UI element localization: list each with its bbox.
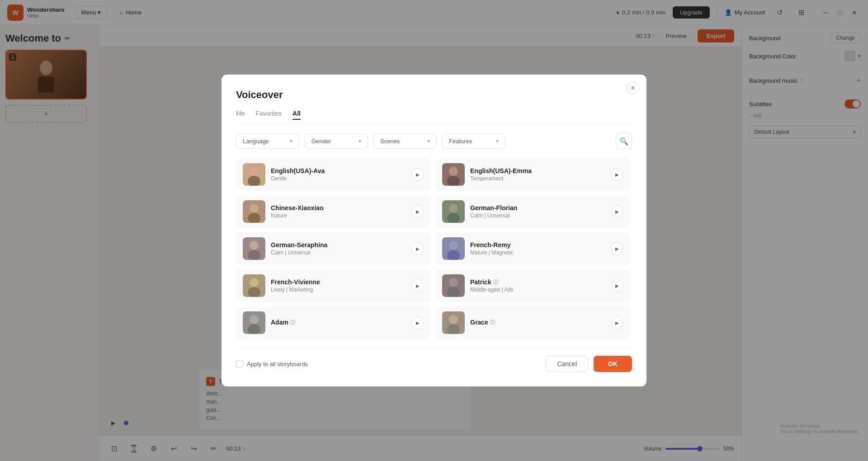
voice-play-5[interactable]: ▶ <box>411 242 424 255</box>
cancel-button[interactable]: Cancel <box>546 356 588 372</box>
ok-button[interactable]: OK <box>594 356 632 372</box>
tab-me[interactable]: Me <box>236 110 245 120</box>
voice-desc-5: Calm | Universal <box>271 249 406 256</box>
voice-card-3[interactable]: Chinese-Xiaoxiao Nature ▶ <box>236 195 431 228</box>
modal-close-button[interactable]: × <box>627 82 639 94</box>
voice-play-6[interactable]: ▶ <box>611 242 623 255</box>
voice-info-4: German-Florian Calm | Universal <box>470 204 605 219</box>
voice-name-7: French-Vivienne <box>271 278 406 286</box>
svg-point-5 <box>449 167 458 176</box>
svg-point-20 <box>248 324 260 334</box>
apply-checkbox-row: Apply to all storyboards <box>236 360 308 367</box>
voice-desc-8: Middle-aged | Ads <box>470 287 605 293</box>
filters-row: Language ▾ Gender ▾ Scenes ▾ Features ▾ … <box>236 133 632 149</box>
voice-avatar-10 <box>442 311 465 334</box>
modal-overlay: Voiceover × Me Favorites All Language ▾ … <box>0 0 868 461</box>
voice-info-8: Patrick ⓘ Middle-aged | Ads <box>470 278 605 293</box>
voice-card-8[interactable]: Patrick ⓘ Middle-aged | Ads ▶ <box>435 269 630 302</box>
voice-play-8[interactable]: ▶ <box>611 279 623 292</box>
voice-desc-3: Nature <box>271 212 406 219</box>
svg-point-3 <box>250 167 259 176</box>
voice-info-5: German-Seraphina Calm | Universal <box>271 241 406 256</box>
svg-point-12 <box>248 250 260 260</box>
voice-info-10: Grace ⓘ <box>470 319 605 327</box>
apply-label: Apply to all storyboards <box>247 361 308 367</box>
svg-point-7 <box>250 204 259 213</box>
voice-play-1[interactable]: ▶ <box>411 168 424 181</box>
voice-card-7[interactable]: French-Vivienne Lively | Marketing ▶ <box>236 269 431 302</box>
voice-card-10[interactable]: Grace ⓘ ▶ <box>435 306 630 339</box>
voice-card-4[interactable]: German-Florian Calm | Universal ▶ <box>435 195 630 228</box>
voice-avatar-5 <box>243 237 265 260</box>
svg-point-9 <box>449 204 458 213</box>
voice-name-4: German-Florian <box>470 204 605 212</box>
tab-favorites[interactable]: Favorites <box>255 110 282 120</box>
search-button[interactable]: 🔍 <box>616 133 632 149</box>
voice-avatar-2 <box>442 163 465 186</box>
voice-avatar-7 <box>243 274 265 297</box>
voice-info-1: English(USA)-Ava Gentle <box>271 167 406 182</box>
svg-point-13 <box>449 241 458 250</box>
scenes-chevron: ▾ <box>427 138 430 144</box>
svg-point-21 <box>449 315 458 324</box>
voice-avatar-1 <box>243 163 265 186</box>
voice-avatar-8 <box>442 274 465 297</box>
modal-footer: Apply to all storyboards Cancel OK <box>236 348 632 372</box>
features-chevron: ▾ <box>496 138 499 144</box>
voice-name-9: Adam ⓘ <box>271 319 406 326</box>
voice-desc-2: Temperament <box>470 175 605 182</box>
svg-point-22 <box>447 324 460 334</box>
voice-info-3: Chinese-Xiaoxiao Nature <box>271 204 406 219</box>
voice-play-7[interactable]: ▶ <box>411 279 424 292</box>
voice-name-5: German-Seraphina <box>271 241 406 249</box>
gender-chevron: ▾ <box>359 138 361 144</box>
svg-point-16 <box>248 287 260 297</box>
voice-desc-4: Calm | Universal <box>470 212 605 219</box>
language-chevron: ▾ <box>290 138 292 144</box>
svg-point-4 <box>248 176 260 186</box>
svg-point-18 <box>447 287 460 297</box>
svg-point-8 <box>248 213 260 223</box>
modal-tabs: Me Favorites All <box>236 110 632 124</box>
voice-name-2: English(USA)-Emma <box>470 167 605 174</box>
voice-avatar-4 <box>442 200 465 223</box>
svg-point-17 <box>449 278 458 287</box>
voice-avatar-6 <box>442 237 465 260</box>
voice-play-2[interactable]: ▶ <box>611 168 623 181</box>
voice-info-9: Adam ⓘ <box>271 319 406 327</box>
voice-play-4[interactable]: ▶ <box>611 205 623 218</box>
apply-all-checkbox[interactable] <box>236 360 243 367</box>
voice-name-8: Patrick ⓘ <box>470 278 605 286</box>
svg-point-11 <box>250 241 259 250</box>
voice-card-9[interactable]: Adam ⓘ ▶ <box>236 306 431 339</box>
voice-avatar-3 <box>243 200 265 223</box>
language-filter[interactable]: Language ▾ <box>236 134 299 149</box>
voice-desc-6: Mature | Magnetic <box>470 249 605 256</box>
voice-info-7: French-Vivienne Lively | Marketing <box>271 278 406 293</box>
voice-name-3: Chinese-Xiaoxiao <box>271 204 406 212</box>
voice-info-6: French-Remy Mature | Magnetic <box>470 241 605 256</box>
voice-play-9[interactable]: ▶ <box>411 316 424 329</box>
svg-point-10 <box>447 213 460 223</box>
voice-name-1: English(USA)-Ava <box>271 167 406 174</box>
voice-name-10: Grace ⓘ <box>470 319 605 326</box>
gender-filter[interactable]: Gender ▾ <box>305 134 368 149</box>
voice-play-3[interactable]: ▶ <box>411 205 424 218</box>
voice-card-6[interactable]: French-Remy Mature | Magnetic ▶ <box>435 232 630 265</box>
tab-all[interactable]: All <box>292 110 301 120</box>
info-icon-10: ⓘ <box>490 319 495 326</box>
voice-name-6: French-Remy <box>470 241 605 249</box>
voice-card-5[interactable]: German-Seraphina Calm | Universal ▶ <box>236 232 431 265</box>
voiceover-modal: Voiceover × Me Favorites All Language ▾ … <box>222 75 646 386</box>
voices-grid: English(USA)-Ava Gentle ▶ English(USA)-E… <box>236 158 632 339</box>
voice-info-2: English(USA)-Emma Temperament <box>470 167 605 182</box>
voice-play-10[interactable]: ▶ <box>611 316 623 329</box>
modal-title: Voiceover <box>236 89 632 101</box>
voice-card-2[interactable]: English(USA)-Emma Temperament ▶ <box>435 158 630 191</box>
info-icon-8: ⓘ <box>493 279 498 286</box>
voice-card-1[interactable]: English(USA)-Ava Gentle ▶ <box>236 158 431 191</box>
scenes-filter[interactable]: Scenes ▾ <box>373 134 437 149</box>
svg-point-15 <box>250 278 259 287</box>
features-filter[interactable]: Features ▾ <box>442 134 505 149</box>
info-icon-9: ⓘ <box>290 319 295 326</box>
